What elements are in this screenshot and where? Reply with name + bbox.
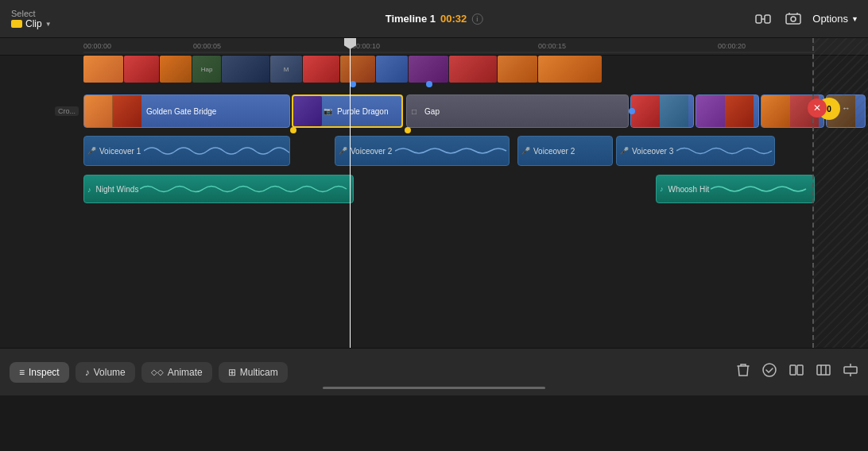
- night-winds-icon: ♪: [84, 186, 95, 194]
- film-thumb-8: [340, 56, 375, 83]
- whoosh-hit-clip[interactable]: ♪ Whoosh Hit: [656, 175, 815, 203]
- svg-rect-10: [797, 365, 803, 375]
- svg-rect-0: [756, 15, 761, 23]
- voiceover-2a-clip[interactable]: 🎤 Voiceover 2: [335, 136, 510, 166]
- film-thumb-4: Hap: [192, 56, 221, 83]
- night-winds-waveform: [140, 182, 353, 196]
- main-video-track: Cro... Golden Gate Bridge 📷 Purple Drago…: [0, 92, 812, 130]
- transition-arrows-icon[interactable]: ↔: [842, 103, 851, 113]
- whoosh-waveform: [711, 182, 814, 196]
- night-winds-clip[interactable]: ♪ Night Winds: [83, 175, 354, 203]
- snapshot-button[interactable]: [782, 10, 804, 29]
- film-thumb-11: [449, 56, 497, 83]
- purple-dragon-clip[interactable]: 📷 Purple Dragon: [292, 94, 403, 128]
- timeline-time: 00:32: [440, 13, 467, 25]
- multicam-button[interactable]: ⊞ Multicam: [219, 362, 288, 383]
- inspect-button[interactable]: ≡ Inspect: [10, 362, 69, 383]
- film-thumb-10: [409, 56, 448, 83]
- voiceover-2b-clip[interactable]: 🎤 Voiceover 2: [517, 136, 613, 166]
- film-thumb-9: [376, 56, 408, 83]
- clip-color-icon: [11, 20, 22, 28]
- golden-gate-clip[interactable]: Golden Gate Bridge: [83, 94, 290, 128]
- clip-label: Clip: [25, 18, 42, 29]
- split-button[interactable]: [789, 362, 804, 382]
- main-dot-1: [290, 127, 296, 133]
- gap-clip[interactable]: □ Gap: [406, 94, 629, 128]
- film-thumb-5: [222, 56, 269, 83]
- svg-point-4: [791, 17, 796, 21]
- inspect-icon: ≡: [19, 367, 25, 378]
- film-thumb-13: [538, 56, 602, 83]
- timeline-name: Timeline 1: [386, 13, 436, 25]
- whoosh-label: Whoosh Hit: [667, 185, 711, 194]
- bottom-toolbar: ≡ Inspect ♪ Volume ◇◇ Animate ⊞ Multicam: [0, 348, 868, 395]
- svg-rect-14: [844, 367, 857, 373]
- animate-button[interactable]: ◇◇ Animate: [141, 362, 212, 383]
- mic-2a-icon: 🎤: [339, 147, 347, 155]
- vo3-label: Voiceover 3: [629, 147, 676, 156]
- dashed-wheel: [812, 38, 868, 348]
- options-label: Options: [812, 13, 848, 25]
- options-button[interactable]: Options ▼: [812, 13, 858, 25]
- mic-2b-icon: 🎤: [521, 147, 530, 155]
- gap-icon: □: [412, 107, 417, 116]
- scroll-indicator[interactable]: [323, 387, 545, 389]
- right-clip-2[interactable]: [696, 94, 759, 128]
- chevron-down-icon: ▼: [45, 21, 52, 28]
- volume-label: Volume: [94, 367, 126, 378]
- animate-icon: ◇◇: [151, 368, 164, 376]
- animate-label: Animate: [168, 367, 203, 378]
- trim-button[interactable]: [816, 362, 831, 382]
- check-button[interactable]: [761, 362, 777, 382]
- svg-rect-1: [765, 15, 770, 23]
- filmstrip-dot-right: [426, 81, 432, 87]
- timeline-area: 00:00:00 00:00:05 00:00:10 00:00:15 00:0…: [0, 38, 868, 348]
- night-winds-label: Night Winds: [95, 185, 141, 194]
- vo1-waveform: [144, 143, 289, 159]
- main-dot-blue: [629, 108, 635, 114]
- timecode-5: 00:00:05: [193, 42, 221, 50]
- golden-gate-label: Golden Gate Bridge: [141, 107, 289, 116]
- options-chevron-icon: ▼: [851, 15, 858, 23]
- link-clips-button[interactable]: [752, 10, 774, 29]
- film-thumb-3: [160, 56, 192, 83]
- voiceover-1-clip[interactable]: 🎤 Voiceover 1: [83, 136, 290, 166]
- vo2a-waveform: [395, 143, 509, 159]
- audio-track-row: ♪ Night Winds ♪ Whoosh Hit: [0, 172, 812, 206]
- film-thumb-12: [498, 56, 537, 83]
- volume-icon: ♪: [85, 367, 90, 378]
- info-icon[interactable]: i: [471, 13, 482, 25]
- whoosh-icon: ♪: [657, 185, 667, 193]
- timecode-10: 00:00:10: [352, 42, 380, 50]
- vo3-waveform: [676, 143, 774, 159]
- volume-button[interactable]: ♪ Volume: [76, 362, 135, 383]
- vo-clips-container: 🎤 Voiceover 1 🎤 Voiceover 2: [83, 133, 812, 168]
- main-clips-container: Golden Gate Bridge 📷 Purple Dragon □ Gap: [83, 92, 812, 130]
- cam-icon: 📷: [324, 107, 332, 115]
- vo2b-label: Voiceover 2: [530, 147, 578, 156]
- expand-button[interactable]: [843, 362, 858, 382]
- inspect-label: Inspect: [29, 367, 60, 378]
- mic-1-icon: 🎤: [87, 147, 96, 155]
- film-thumb-1: [83, 56, 123, 83]
- delete-button[interactable]: [736, 362, 750, 382]
- clip-selector[interactable]: Clip ▼: [11, 18, 52, 29]
- voiceover-track-row: 🎤 Voiceover 1 🎤 Voiceover 2: [0, 133, 812, 168]
- film-thumb-2: [124, 56, 159, 83]
- main-dot-2: [405, 127, 411, 133]
- vo2a-label: Voiceover 2: [347, 147, 395, 156]
- right-tools: [736, 362, 858, 382]
- select-label: Select: [11, 9, 52, 18]
- voiceover-3-clip[interactable]: 🎤 Voiceover 3: [616, 136, 775, 166]
- timecode-ruler: 00:00:00 00:00:05 00:00:10 00:00:15 00:0…: [0, 38, 868, 56]
- top-toolbar: Select Clip ▼ Timeline 1 00:32 i: [0, 0, 868, 38]
- close-button[interactable]: ✕: [808, 98, 827, 118]
- timecode-20: 00:00:20: [718, 42, 746, 50]
- right-clip-1[interactable]: [630, 94, 694, 128]
- film-thumb-7: [303, 56, 339, 83]
- filmstrip-dot-left: [350, 81, 356, 87]
- svg-rect-11: [817, 365, 830, 375]
- film-thumb-6: M: [270, 56, 302, 83]
- timecode-15: 00:00:15: [538, 42, 566, 50]
- track-label-text: Cro...: [55, 106, 79, 116]
